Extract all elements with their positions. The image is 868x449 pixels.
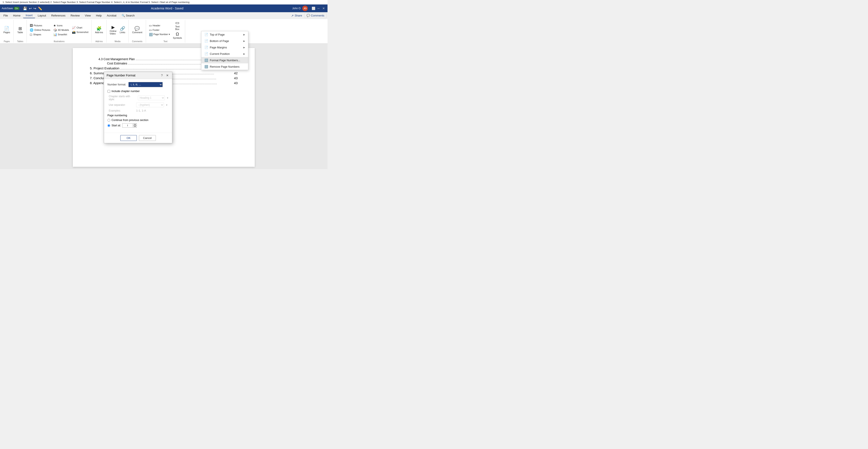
start-at-input[interactable] bbox=[122, 123, 133, 128]
menu-layout[interactable]: Layout bbox=[35, 13, 49, 18]
menu-references[interactable]: References bbox=[49, 13, 68, 18]
icons-icon: ★ bbox=[53, 24, 56, 27]
online-pictures-icon: 🌐 bbox=[30, 28, 33, 32]
remove-page-numbers-label: Remove Page Numbers bbox=[210, 65, 240, 68]
autosave-toggle[interactable]: On bbox=[14, 7, 20, 10]
ribbon-btn-addins[interactable]: 🧩 Add-ins bbox=[93, 26, 105, 34]
page-number-dropdown[interactable]: 📄 Top of Page ▶ 📄 Bottom of Page ▶ 📄 Pag… bbox=[201, 44, 248, 70]
spinner-up-button[interactable]: ▲ bbox=[133, 123, 137, 125]
menu-home[interactable]: Home bbox=[10, 13, 23, 18]
dialog-examples-row: Examples: 1-1, 1-A bbox=[107, 109, 169, 112]
minimize-icon[interactable]: ─ bbox=[316, 6, 321, 10]
table-icon: ⊞ bbox=[19, 26, 22, 31]
dropdown-page-margins[interactable]: 📄 Page Margins ▶ bbox=[202, 44, 248, 51]
chart-icon: 📈 bbox=[72, 26, 75, 29]
ribbon-btn-icons[interactable]: ★ Icons bbox=[52, 23, 70, 28]
page-margins-label: Page Margins bbox=[210, 46, 227, 49]
user-name: John O bbox=[292, 7, 301, 10]
menu-insert[interactable]: Insert bbox=[23, 13, 35, 18]
ribbon-group-media-label: Media bbox=[108, 40, 127, 42]
redo-icon[interactable]: ↪ bbox=[33, 6, 36, 10]
links-icon: 🔗 bbox=[120, 26, 125, 31]
comments-button[interactable]: 💬 Comments bbox=[304, 13, 327, 18]
chapter-starts-select[interactable]: Heading 1 bbox=[138, 95, 165, 100]
include-chapter-label: Include chapter number bbox=[112, 90, 140, 93]
menu-help[interactable]: Help bbox=[93, 13, 104, 18]
ribbon-group-media: ▶ OnlineVideo 🔗 Links Media bbox=[106, 20, 129, 42]
ribbon-group-comments-ribbon: 💬 Comment Comments bbox=[129, 20, 146, 42]
ribbon-btn-links[interactable]: 🔗 Links bbox=[118, 26, 127, 34]
start-at-radio[interactable] bbox=[107, 124, 110, 127]
dialog-include-chapter-row: Include chapter number bbox=[107, 90, 169, 93]
ribbon-btn-textbox[interactable]: ▭ TextBox bbox=[172, 20, 183, 31]
dialog-ok-button[interactable]: OK bbox=[120, 135, 137, 141]
menu-search[interactable]: 🔍 Search bbox=[119, 13, 137, 18]
page-margins-arrow: ▶ bbox=[243, 46, 245, 49]
undo-icon[interactable]: ↩ bbox=[29, 6, 32, 10]
ribbon-group-tables-items: ⊞ Table bbox=[16, 20, 25, 40]
pen-icon[interactable]: ✏️ bbox=[38, 6, 42, 10]
instruction-bar: 1. Select Insert (ensure Section 2 selec… bbox=[0, 0, 328, 4]
title-bar: AutoSave On 💾 ↩ ↪ ✏️ Academia Word - Sav… bbox=[0, 4, 328, 12]
menu-file[interactable]: File bbox=[1, 13, 10, 18]
ribbon-group-comments-ribbon-label: Comments bbox=[130, 40, 144, 42]
text-row2: ▭ TextBox Ω Symbols bbox=[172, 20, 183, 40]
dialog-title-bar: Page Number Format ? ✕ bbox=[104, 72, 172, 79]
dialog-footer: OK Cancel bbox=[104, 133, 172, 143]
dialog-help-button[interactable]: ? bbox=[160, 74, 163, 77]
ribbon-btn-table[interactable]: ⊞ Table bbox=[16, 26, 25, 34]
ribbon-group-comments-items: 💬 Comment bbox=[130, 20, 144, 40]
page-numbering-label: Page numbering bbox=[107, 114, 169, 117]
dropdown-remove-page-numbers[interactable]: 🔢 Remove Page Numbers bbox=[202, 63, 248, 70]
dialog-body: Number format: i, ii, iii, ... 1, 2, 3, … bbox=[104, 79, 172, 133]
ribbon-group-illustrations-label: Illustrations bbox=[28, 40, 90, 42]
dialog-chapter-starts-row: Chapter starts with style: Heading 1 ▼ bbox=[107, 95, 169, 101]
ribbon-btn-comment[interactable]: 💬 Comment bbox=[130, 26, 144, 34]
ribbon-content: 📄 Pages Pages ⊞ Table Tables 🖼 Pictur bbox=[0, 19, 328, 43]
menu-acrobat[interactable]: Acrobat bbox=[104, 13, 119, 18]
ribbon-btn-online-video[interactable]: ▶ OnlineVideo bbox=[108, 24, 118, 35]
screenshot-icon: 📸 bbox=[72, 30, 75, 34]
save-icon[interactable]: 💾 bbox=[23, 6, 27, 10]
number-format-select[interactable]: i, ii, iii, ... 1, 2, 3, ... a, b, c, ..… bbox=[128, 82, 163, 87]
ribbon-group-text-label: Text bbox=[148, 40, 183, 42]
ribbon-btn-header[interactable]: ▭ Header bbox=[148, 23, 171, 28]
toc-title: Cost Estimates bbox=[107, 62, 127, 65]
dialog-continue-radio-row: Continue from previous section bbox=[107, 119, 169, 122]
number-format-label: Number format: bbox=[107, 83, 127, 86]
chapter-starts-label: Chapter starts with style: bbox=[109, 95, 136, 101]
ribbon-btn-online-pictures[interactable]: 🌐 Online Pictures bbox=[28, 28, 52, 32]
ribbon-btn-screenshot[interactable]: 📸 Screenshot bbox=[71, 30, 90, 34]
use-separator-select[interactable]: - (hyphen) bbox=[136, 102, 164, 107]
menu-review[interactable]: Review bbox=[68, 13, 83, 18]
ribbon-group-tables-label: Tables bbox=[16, 40, 25, 42]
pages-icon: 📄 bbox=[4, 26, 9, 31]
ribbon-group-illustrations: 🖼 Pictures 🌐 Online Pictures ◻ Shapes ★ … bbox=[27, 20, 92, 42]
ribbon-btn-page-number[interactable]: 🔢 Page Number ▾ bbox=[148, 32, 171, 37]
share-button[interactable]: ↗ Share bbox=[289, 13, 304, 18]
include-chapter-checkbox[interactable] bbox=[107, 90, 110, 93]
ribbon-btn-symbols[interactable]: Ω Symbols bbox=[172, 31, 183, 40]
spinner-down-button[interactable]: ▼ bbox=[133, 125, 137, 128]
online-video-icon: ▶ bbox=[112, 25, 115, 29]
close-icon[interactable]: ✕ bbox=[321, 6, 326, 10]
restore-icon[interactable]: ⬜ bbox=[311, 6, 315, 10]
dialog-close-button[interactable]: ✕ bbox=[165, 74, 169, 77]
avatar: JO bbox=[302, 6, 308, 11]
start-at-label: Start at: bbox=[112, 124, 121, 127]
ribbon-btn-chart[interactable]: 📈 Chart bbox=[71, 26, 90, 30]
dropdown-current-position[interactable]: 📄 Current Position ▶ bbox=[202, 51, 248, 57]
ribbon-btn-shapes[interactable]: ◻ Shapes bbox=[28, 32, 52, 37]
use-separator-label: Use separator: bbox=[109, 103, 134, 107]
ribbon-btn-pictures[interactable]: 🖼 Pictures bbox=[28, 23, 52, 28]
text-row1: ▭ Header ▭ Footer 🔢 Page Number ▾ bbox=[148, 23, 171, 37]
ribbon-btn-pages[interactable]: 📄 Pages bbox=[2, 26, 12, 34]
menu-view[interactable]: View bbox=[82, 13, 93, 18]
ribbon-btn-smartart[interactable]: 📊 SmartArt bbox=[52, 32, 70, 37]
dropdown-format-page-numbers[interactable]: 🔢 Format Page Numbers... bbox=[202, 57, 248, 63]
ribbon-btn-3d-models[interactable]: 🎲 3D Models bbox=[52, 28, 70, 32]
dialog-cancel-button[interactable]: Cancel bbox=[139, 135, 156, 141]
ribbon-btn-footer[interactable]: ▭ Footer bbox=[148, 28, 171, 32]
header-icon: ▭ bbox=[149, 24, 152, 27]
continue-radio[interactable] bbox=[107, 119, 110, 122]
